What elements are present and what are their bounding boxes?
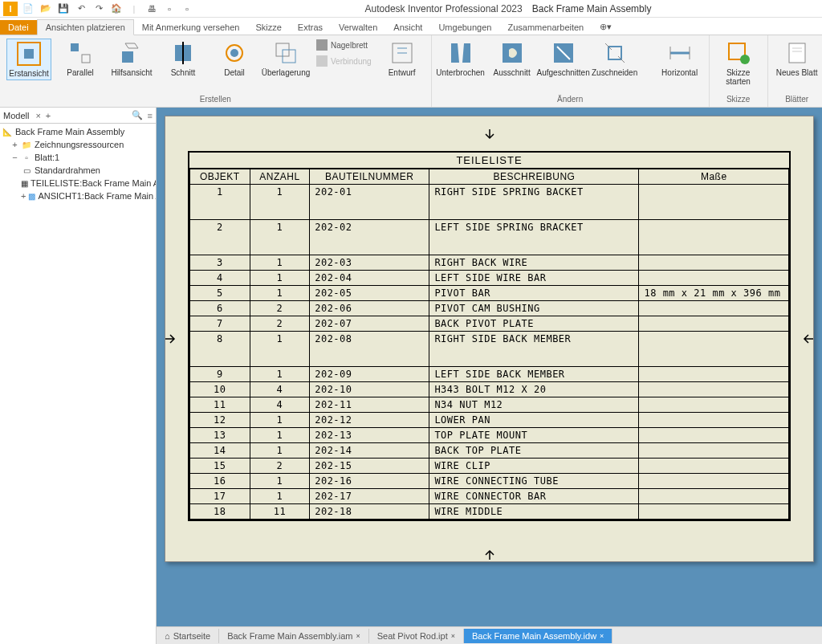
browser-add-icon[interactable]: + [46,111,51,120]
close-icon[interactable]: × [356,632,360,640]
table-row[interactable]: 171202-17WIRE CONNECTOR BAR [190,489,789,504]
expand-icon[interactable]: + [11,140,18,149]
file-tab[interactable]: Datei [0,20,37,35]
new-icon[interactable]: 📄 [22,3,34,14]
ribbon-tabs: Datei Ansichten platzieren Mit Anmerkung… [0,18,822,35]
skizze-starten-button[interactable]: Skizze starten [716,39,761,88]
nagelbrett-button[interactable]: Nagelbrett [315,39,373,51]
menu-icon[interactable]: ≡ [148,111,153,120]
table-row[interactable]: 62202-06PIVOT CAM BUSHING [190,301,789,316]
tree-resources[interactable]: +📁Zeichnungsressourcen [2,138,154,151]
tree-root[interactable]: 📐Back Frame Main Assembly [2,125,154,138]
parts-list[interactable]: TEILELISTE OBJEKT ANZAHL BAUTEILNUMMER B… [188,151,791,521]
table-row[interactable]: 131202-13TOP PLATE MOUNT [190,428,789,443]
undo-icon[interactable]: ↶ [75,3,87,14]
drawing-sheet: TEILELISTE OBJEKT ANZAHL BAUTEILNUMMER B… [165,116,814,562]
tree-ansicht[interactable]: +▩ANSICHT1:Back Frame Main Assemb [2,190,154,202]
tab-umgebungen[interactable]: Umgebungen [430,20,499,35]
tab-ansicht[interactable]: Ansicht [385,20,430,35]
tree-teileliste[interactable]: ▦TEILELISTE:Back Frame Main Assemb [2,177,154,190]
tree-blatt[interactable]: −▫Blatt:1 [2,151,154,164]
drawing-icon: 📐 [2,126,13,137]
entwurf-button[interactable]: Entwurf [380,39,425,79]
table-row[interactable]: 1811202-18WIRE MIDDLE [190,504,789,520]
redo-icon[interactable]: ↷ [93,3,104,14]
erstansicht-label: Erstansicht [9,69,48,78]
hilfsansicht-button[interactable]: Hilfsansicht [109,39,154,79]
drawing-canvas[interactable]: TEILELISTE OBJEKT ANZAHL BAUTEILNUMMER B… [157,108,822,626]
svg-rect-25 [789,43,805,63]
print-icon[interactable]: 🖶 [146,3,157,14]
unterbrochen-button[interactable]: Unterbrochen [438,39,483,79]
qat-icon[interactable]: ▫ [164,3,175,14]
qat-icon2[interactable]: ▫ [181,3,193,14]
table-row[interactable]: 21202-02LEFT SIDE SPRING BRACKET [190,220,789,255]
doc-tab-idw[interactable]: Back Frame Main Assembly.idw× [464,629,612,643]
expand-icon[interactable]: + [21,191,26,201]
table-row[interactable]: 91202-09LEFT SIDE BACK MEMBER [190,367,789,382]
document-tabs: ⌂Startseite Back Frame Main Assembly.iam… [157,626,822,644]
table-row[interactable]: 51202-05PIVOT BAR18 mm x 21 mm x 396 mm [190,286,789,301]
zuschneiden-label: Zuschneiden [592,68,637,77]
parallel-label: Parallel [67,68,93,77]
horizontal-button[interactable]: Horizontal [657,39,702,79]
doc-title: Back Frame Main Assembly [532,3,652,14]
table-row[interactable]: 161202-16WIRE CONNECTING TUBE [190,474,789,489]
tab-verwalten[interactable]: Verwalten [331,20,385,35]
table-row[interactable]: 11202-01RIGHT SIDE SPRING BACKET [190,185,789,220]
ueberlagerung-label: Überlagerung [262,68,311,77]
erstansicht-button[interactable]: Erstansicht [6,39,51,80]
col-masse: Maße [639,169,789,185]
tab-zusammen[interactable]: Zusammenarbeiten [499,20,592,35]
hilfsansicht-label: Hilfsansicht [111,68,152,77]
detail-button[interactable]: Detail [212,39,257,79]
col-objekt: OBJEKT [190,169,250,185]
table-icon: ▦ [21,177,28,189]
doc-tab-start[interactable]: ⌂Startseite [157,629,219,643]
tab-ansichten[interactable]: Ansichten platzieren [37,19,134,35]
center-mark-bottom [483,547,496,560]
home-icon[interactable]: 🏠 [111,3,122,14]
tree-frame[interactable]: ▭Standardrahmen [2,164,154,177]
doc-tab-ipt[interactable]: Seat Pivot Rod.ipt× [369,629,464,643]
collapse-icon[interactable]: − [11,153,18,162]
close-icon[interactable]: × [600,632,604,640]
ueberlagerung-button[interactable]: Überlagerung [263,39,308,79]
doc-tab-iam[interactable]: Back Frame Main Assembly.iam× [219,629,369,643]
col-anzahl: ANZAHL [250,169,310,185]
svg-rect-1 [24,49,34,59]
table-row[interactable]: 31202-03RIGHT BACK WIRE [190,255,789,271]
aufgeschnitten-label: Aufgeschnitten [537,68,590,77]
tab-anmerkung[interactable]: Mit Anmerkung versehen [134,20,248,35]
zuschneiden-button[interactable]: Zuschneiden [592,39,637,79]
table-row[interactable]: 114202-11N34 NUT M12 [190,397,789,413]
ribbon: Erstansicht Parallel Hilfsansicht Schnit… [0,35,822,108]
tab-skizze[interactable]: Skizze [247,20,289,35]
table-row[interactable]: 41202-04LEFT SIDE WIRE BAR [190,271,789,286]
svg-rect-2 [71,43,79,51]
sheet-icon: ▫ [21,152,32,163]
table-row[interactable]: 152202-15WIRE CLIP [190,459,789,474]
open-icon[interactable]: 📂 [40,3,51,14]
tab-collab-icon[interactable]: ⊕▾ [592,19,620,35]
svg-point-8 [230,49,238,57]
table-row[interactable]: 72202-07BACK PIVOT PLATE [190,316,789,332]
parallel-button[interactable]: Parallel [58,39,103,79]
browser-close-icon[interactable]: × [35,111,40,120]
aufgeschnitten-button[interactable]: Aufgeschnitten [541,39,586,79]
ausschnitt-button[interactable]: Ausschnitt [490,39,535,79]
table-row[interactable]: 104202-10H343 BOLT M12 X 20 [190,382,789,397]
group-skizze: Skizze [716,93,761,105]
verbindung-icon [316,55,328,67]
table-row[interactable]: 141202-14BACK TOP PLATE [190,443,789,459]
tab-extras[interactable]: Extras [290,20,331,35]
table-row[interactable]: 121202-12LOWER PAN [190,413,789,428]
nagelbrett-icon [316,39,328,51]
schnitt-button[interactable]: Schnitt [161,39,206,79]
save-icon[interactable]: 💾 [58,3,69,14]
close-icon[interactable]: × [451,632,455,640]
search-icon[interactable]: 🔍 [132,110,143,120]
table-row[interactable]: 81202-08RIGHT SIDE BACK MEMBER [190,332,789,367]
titlebar: I 📄 📂 💾 ↶ ↷ 🏠 | 🖶 ▫ ▫ Autodesk Inventor … [0,0,822,18]
neues-blatt-button[interactable]: Neues Blatt [775,39,820,79]
